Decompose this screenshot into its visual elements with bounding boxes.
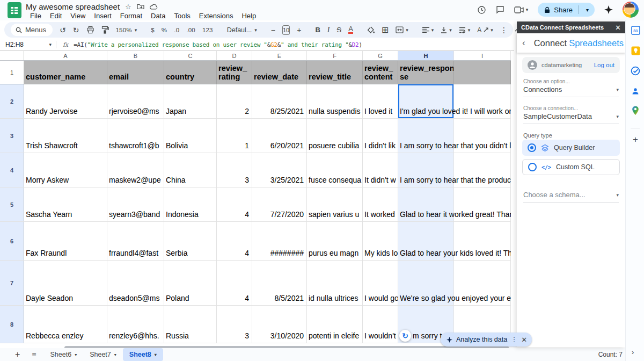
- tab-sheet7[interactable]: Sheet7▾: [83, 348, 123, 361]
- refresh-icon[interactable]: ↻: [399, 330, 411, 342]
- cell-B6[interactable]: frraundl4@fast: [107, 222, 164, 260]
- account-avatar[interactable]: [623, 2, 639, 18]
- cell-B8[interactable]: renzley6@hhs.: [107, 306, 164, 343]
- menu-insert[interactable]: Insert: [90, 12, 116, 21]
- cell-F3[interactable]: posuere cubilia: [307, 119, 363, 153]
- cell-D5[interactable]: 4: [217, 187, 252, 221]
- row-header-2[interactable]: 2: [0, 84, 24, 118]
- option-select[interactable]: Connections ▾: [523, 85, 619, 97]
- decrease-font-size-button[interactable]: −: [271, 26, 275, 34]
- menu-format[interactable]: Format: [116, 12, 147, 21]
- cell-H5[interactable]: Glad to hear it worked great! Thanl: [398, 187, 454, 221]
- radio-selected-icon[interactable]: [528, 143, 536, 152]
- decrease-decimal-button[interactable]: .0: [174, 27, 179, 33]
- add-sheet-button[interactable]: +: [15, 350, 20, 359]
- cell-A2[interactable]: Randy Jervoise: [24, 84, 107, 118]
- row-header-5[interactable]: 5: [0, 187, 24, 221]
- cell-A5[interactable]: Sascha Yearn: [24, 187, 107, 221]
- column-header-E[interactable]: E: [252, 51, 307, 60]
- increase-decimal-button[interactable]: .00: [186, 27, 195, 33]
- share-button[interactable]: Share ▾: [538, 3, 595, 17]
- cell-C5[interactable]: Indonesia: [164, 187, 217, 221]
- name-box[interactable]: H2:H8 ▾: [0, 41, 56, 48]
- cell-C3[interactable]: Bolivia: [164, 119, 217, 153]
- cell-E2[interactable]: 8/25/2021: [252, 84, 307, 118]
- cell-G3[interactable]: I didn't lik: [363, 119, 398, 153]
- fill-color-button[interactable]: [367, 26, 375, 34]
- custom-sql-option[interactable]: </> Custom SQL: [522, 159, 620, 175]
- cell-I1[interactable]: [454, 61, 511, 84]
- font-size-input[interactable]: 10: [282, 25, 290, 35]
- tasks-icon[interactable]: [630, 66, 641, 76]
- cell-B2[interactable]: rjervoise0@ms: [107, 84, 164, 118]
- cell-B7[interactable]: dseadon5@ms: [107, 261, 164, 305]
- meet-dropdown-icon[interactable]: ▾: [526, 7, 529, 12]
- version-history-icon[interactable]: [477, 5, 486, 15]
- cell-F2[interactable]: nulla suspendis: [307, 84, 363, 118]
- format-percent-button[interactable]: %: [162, 27, 167, 33]
- tab-sheet8-active[interactable]: Sheet8▾: [123, 348, 163, 361]
- horizontal-align-button[interactable]: ▾: [422, 27, 434, 33]
- redo-button[interactable]: ↻: [73, 26, 79, 34]
- meet-call-button[interactable]: ▾: [514, 6, 529, 13]
- logout-link[interactable]: Log out: [594, 62, 614, 68]
- cell-A7[interactable]: Dayle Seadon: [24, 261, 107, 305]
- cloud-status-icon[interactable]: [150, 4, 158, 10]
- cell-G7[interactable]: I would go: [363, 261, 398, 305]
- cell-H3[interactable]: I am sorry to hear that you didn't lik: [398, 119, 454, 153]
- column-header-C[interactable]: C: [164, 51, 217, 60]
- cell-D4[interactable]: 3: [217, 153, 252, 187]
- cell-H4[interactable]: I am sorry to hear that the product: [398, 153, 454, 187]
- query-builder-option[interactable]: Query Builder: [522, 140, 620, 156]
- cell-C6[interactable]: Serbia: [164, 222, 217, 260]
- cell-G6[interactable]: My kids lo: [363, 222, 398, 260]
- cell-E5[interactable]: 7/27/2020: [252, 187, 307, 221]
- schema-select[interactable]: Choose a schema... ▾: [523, 191, 619, 203]
- grid-corner[interactable]: [0, 51, 24, 60]
- menu-tools[interactable]: Tools: [170, 12, 194, 21]
- cell-D8[interactable]: 3: [217, 306, 252, 343]
- sidebar-close-icon[interactable]: ✕: [615, 24, 621, 32]
- cell-A3[interactable]: Trish Shawcroft: [24, 119, 107, 153]
- cell-G5[interactable]: It worked: [363, 187, 398, 221]
- cell-E6[interactable]: ########: [252, 222, 307, 260]
- all-sheets-button[interactable]: ≡: [32, 350, 36, 359]
- menu-help[interactable]: Help: [237, 12, 260, 21]
- more-toolbar-button[interactable]: ⋮: [500, 26, 508, 34]
- menus-search-button[interactable]: Menus: [11, 24, 53, 36]
- connection-select[interactable]: SampleCustomerData ▾: [523, 112, 619, 124]
- chip-more-icon[interactable]: ⋮: [511, 336, 517, 343]
- menu-file[interactable]: File: [26, 12, 46, 21]
- paint-format-button[interactable]: [101, 26, 109, 34]
- cell-B3[interactable]: tshawcroft1@b: [107, 119, 164, 153]
- cell-D1[interactable]: review_ rating: [217, 61, 252, 84]
- gemini-sparkle-icon[interactable]: [604, 5, 613, 14]
- menu-edit[interactable]: Edit: [46, 12, 66, 21]
- text-rotation-button[interactable]: A ▾: [477, 26, 493, 34]
- cell-F6[interactable]: purus eu magn: [307, 222, 363, 260]
- analyze-data-chip[interactable]: Analyze this data ⋮ ✕: [441, 333, 532, 346]
- borders-button[interactable]: ⊞: [382, 26, 389, 34]
- cell-G4[interactable]: It didn't w: [363, 153, 398, 187]
- column-header-H[interactable]: H: [398, 51, 454, 60]
- bold-button[interactable]: B: [315, 26, 320, 34]
- cell-C8[interactable]: Russia: [164, 306, 217, 343]
- column-header-D[interactable]: D: [217, 51, 252, 60]
- cell-E8[interactable]: 3/10/2020: [252, 306, 307, 343]
- increase-font-size-button[interactable]: +: [297, 26, 301, 34]
- radio-unselected-icon[interactable]: [528, 163, 537, 171]
- cell-D6[interactable]: 4: [217, 222, 252, 260]
- column-header-G[interactable]: G: [363, 51, 398, 60]
- cell-C4[interactable]: China: [164, 153, 217, 187]
- cell-H1[interactable]: review_respon se: [398, 61, 454, 84]
- cell-A1[interactable]: customer_name: [24, 61, 107, 84]
- share-dropdown-icon[interactable]: ▾: [582, 7, 592, 13]
- cell-D7[interactable]: 4: [217, 261, 252, 305]
- cell-D2[interactable]: 2: [217, 84, 252, 118]
- more-formats-button[interactable]: 123: [202, 27, 213, 33]
- cell-G8[interactable]: I wouldn't: [363, 306, 398, 343]
- undo-button[interactable]: ↺: [60, 26, 66, 34]
- zoom-control[interactable]: 150%▾: [116, 27, 137, 33]
- merge-cells-button[interactable]: ▾: [396, 26, 408, 33]
- cell-A6[interactable]: Fax Rraundl: [24, 222, 107, 260]
